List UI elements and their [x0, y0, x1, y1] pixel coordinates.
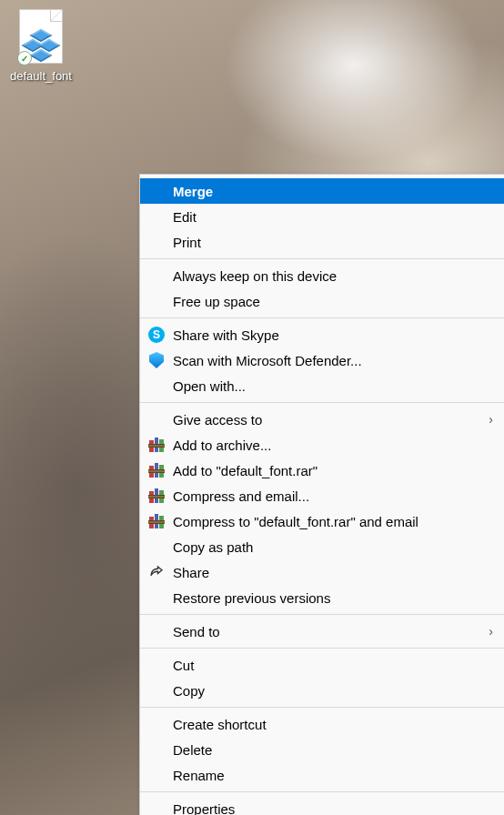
menu-item-label: Always keep on this device: [173, 268, 337, 284]
menu-item-label: Edit: [173, 209, 197, 225]
menu-item-label: Print: [173, 235, 201, 250]
menu-item-label: Share with Skype: [173, 327, 279, 343]
menu-separator: [140, 402, 504, 403]
menu-item-share-skype[interactable]: SShare with Skype: [140, 322, 504, 347]
context-menu: MergeEditPrintAlways keep on this device…: [139, 174, 504, 815]
menu-item-label: Share: [173, 565, 209, 580]
share-icon: [147, 563, 166, 581]
menu-item-label: Free up space: [173, 294, 260, 309]
winrar-icon: [147, 487, 166, 505]
menu-item-give-access[interactable]: Give access to›: [140, 407, 504, 432]
menu-item-share[interactable]: Share: [140, 559, 504, 585]
sync-badge-icon: ✓: [17, 51, 32, 65]
menu-item-scan-defender[interactable]: Scan with Microsoft Defender...: [140, 347, 504, 373]
menu-item-label: Delete: [173, 742, 212, 758]
menu-separator: [140, 791, 504, 792]
menu-item-compress-default-email[interactable]: Compress to "default_font.rar" and email: [140, 508, 504, 534]
menu-item-always-keep[interactable]: Always keep on this device: [140, 263, 504, 288]
menu-item-add-default-rar[interactable]: Add to "default_font.rar": [140, 458, 504, 483]
desktop-icon-label: default_font: [8, 68, 74, 84]
menu-separator: [140, 258, 504, 259]
menu-item-cut[interactable]: Cut: [140, 652, 504, 678]
menu-item-merge[interactable]: Merge: [140, 178, 504, 204]
winrar-icon: [147, 461, 166, 479]
menu-separator: [140, 614, 504, 615]
menu-item-label: Send to: [173, 624, 220, 639]
menu-item-label: Copy: [173, 683, 205, 699]
menu-item-label: Copy as path: [173, 539, 253, 555]
menu-item-label: Open with...: [173, 378, 246, 394]
menu-item-compress-email[interactable]: Compress and email...: [140, 483, 504, 508]
menu-item-open-with[interactable]: Open with...: [140, 373, 504, 398]
menu-item-label: Properties: [173, 801, 235, 816]
reg-file-icon: ✓: [19, 9, 63, 64]
menu-item-label: Restore previous versions: [173, 590, 330, 606]
menu-item-label: Scan with Microsoft Defender...: [173, 353, 362, 368]
chevron-right-icon: ›: [489, 624, 493, 639]
menu-separator: [140, 707, 504, 708]
menu-item-send-to[interactable]: Send to›: [140, 619, 504, 644]
menu-item-label: Cut: [173, 658, 194, 673]
menu-item-restore-versions[interactable]: Restore previous versions: [140, 585, 504, 610]
menu-item-create-shortcut[interactable]: Create shortcut: [140, 711, 504, 737]
menu-item-label: Merge: [173, 184, 213, 199]
menu-separator: [140, 648, 504, 649]
menu-separator: [140, 317, 504, 318]
winrar-icon: [147, 436, 166, 454]
menu-item-copy[interactable]: Copy: [140, 678, 504, 703]
desktop-icon-default-font[interactable]: ✓ default_font: [0, 9, 82, 84]
menu-item-delete[interactable]: Delete: [140, 737, 504, 762]
menu-item-label: Compress and email...: [173, 488, 309, 504]
menu-item-label: Add to "default_font.rar": [173, 463, 318, 478]
skype-icon: S: [147, 326, 166, 344]
menu-item-add-archive[interactable]: Add to archive...: [140, 432, 504, 458]
menu-item-label: Compress to "default_font.rar" and email: [173, 514, 418, 529]
menu-item-properties[interactable]: Properties: [140, 796, 504, 815]
menu-item-copy-path[interactable]: Copy as path: [140, 534, 504, 559]
menu-item-edit[interactable]: Edit: [140, 204, 504, 229]
winrar-icon: [147, 512, 166, 530]
menu-item-label: Add to archive...: [173, 438, 271, 453]
menu-item-label: Create shortcut: [173, 717, 267, 732]
menu-item-rename[interactable]: Rename: [140, 762, 504, 788]
menu-item-label: Rename: [173, 768, 225, 783]
chevron-right-icon: ›: [489, 412, 493, 427]
menu-item-print[interactable]: Print: [140, 229, 504, 255]
menu-item-label: Give access to: [173, 412, 262, 428]
defender-shield-icon: [147, 351, 166, 369]
menu-item-free-up[interactable]: Free up space: [140, 288, 504, 314]
